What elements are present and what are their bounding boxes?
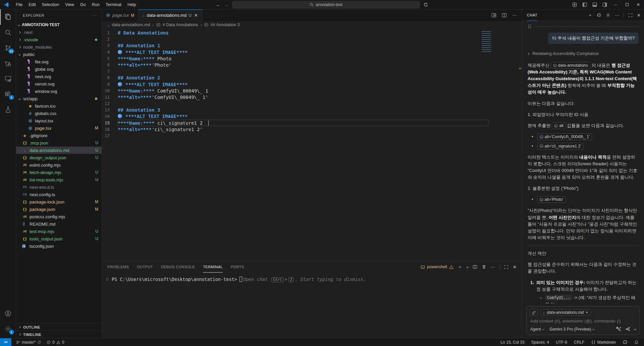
menu-go[interactable]: Go bbox=[77, 1, 89, 8]
panel-tab-problems[interactable]: PROBLEMS bbox=[107, 261, 129, 273]
tab-page-tsx[interactable]: page.tsx M bbox=[102, 9, 139, 21]
panel-tab-debug-console[interactable]: DEBUG CONSOLE bbox=[161, 261, 195, 273]
command-center-search[interactable]: annotation-test bbox=[232, 1, 420, 8]
inline-code-chip[interactable]: alt bbox=[552, 122, 566, 129]
chat-maximize-icon[interactable] bbox=[628, 13, 633, 17]
terminal-body[interactable]: PS C:\Users\microsoft\Desktop\annotation… bbox=[102, 273, 522, 338]
timeline-section[interactable]: TIMELINE bbox=[16, 331, 102, 338]
workspace-root-row[interactable]: ANNOTATION-TEST bbox=[16, 21, 102, 28]
chat-close-icon[interactable]: ✕ bbox=[637, 13, 641, 18]
nav-back-icon[interactable]: ← bbox=[216, 2, 221, 7]
toggle-secondary-sidebar-icon[interactable] bbox=[600, 0, 610, 9]
outline-section[interactable]: OUTLINE bbox=[16, 323, 102, 331]
file-row[interactable]: window.svg bbox=[16, 88, 102, 95]
source-control-activity-icon[interactable]: 11 bbox=[0, 40, 16, 56]
code-editor[interactable]: 1# Data Annotations23## Annotation 14***… bbox=[102, 28, 522, 261]
file-row[interactable]: ◆.gitignore bbox=[16, 132, 102, 139]
explorer-activity-icon[interactable] bbox=[0, 9, 16, 25]
file-row[interactable]: #globals.css bbox=[16, 110, 102, 117]
attach-icon[interactable] bbox=[530, 309, 538, 316]
split-editor-icon[interactable] bbox=[502, 13, 507, 18]
open-preview-icon[interactable] bbox=[491, 13, 496, 18]
file-row[interactable]: JSlist-mcp-tools.mjsU bbox=[16, 176, 102, 183]
close-tab-icon[interactable]: ✕ bbox=[194, 13, 198, 18]
encoding[interactable]: UTF-8 bbox=[554, 340, 569, 345]
chat-more-icon[interactable]: ⋯ bbox=[615, 13, 619, 18]
explorer-more-icon[interactable]: ··· bbox=[92, 13, 97, 17]
remote-explorer-activity-icon[interactable] bbox=[0, 71, 16, 86]
file-row[interactable]: {}.mcp.jsonU bbox=[16, 139, 102, 147]
search-activity-icon[interactable] bbox=[0, 25, 16, 40]
terminal-dropdown-icon[interactable] bbox=[466, 266, 469, 268]
chat-tab[interactable]: CHAT bbox=[527, 9, 537, 21]
thought-row[interactable]: Reviewing Accessibility Compliance bbox=[528, 51, 639, 57]
chat-input-placeholder[interactable]: Add context (#), extensions (@), command… bbox=[527, 317, 640, 326]
cursor-position[interactable]: Ln 15, Col 33 bbox=[498, 340, 526, 345]
problems-status[interactable]: 0 0 bbox=[45, 340, 66, 345]
file-row[interactable]: JSpostcss.config.mjs bbox=[16, 213, 102, 220]
maximize-panel-icon[interactable] bbox=[504, 265, 508, 269]
menu-help[interactable]: Help bbox=[124, 1, 139, 8]
chat-settings-icon[interactable] bbox=[606, 13, 610, 17]
toggle-panel-icon[interactable] bbox=[590, 0, 600, 9]
menu-edit[interactable]: Edit bbox=[25, 1, 39, 8]
folder-row[interactable]: src\app bbox=[16, 95, 102, 102]
accounts-icon[interactable] bbox=[0, 306, 16, 321]
tab-data-annotations-md[interactable]: ↓ data-annotations.md U ✕ bbox=[139, 9, 202, 21]
close-button[interactable]: ✕ bbox=[633, 0, 644, 9]
layout-sync-icon[interactable] bbox=[423, 2, 428, 7]
shell-label[interactable]: powershell bbox=[421, 265, 453, 269]
file-row[interactable]: {}package-lock.jsonM bbox=[16, 198, 102, 206]
file-row[interactable]: {}tools_output.jsonU bbox=[16, 235, 102, 242]
folder-row[interactable]: public bbox=[16, 51, 102, 58]
folder-row[interactable]: node_modules bbox=[16, 43, 102, 51]
file-row[interactable]: TSnext.config.ts bbox=[16, 191, 102, 198]
minimap[interactable] bbox=[482, 31, 496, 52]
file-row[interactable]: {}design_output.jsonU bbox=[16, 154, 102, 161]
agent-mode-dropdown[interactable]: Agent bbox=[530, 327, 544, 332]
menu-selection[interactable]: Selection bbox=[39, 1, 62, 8]
chat-input-box[interactable]: ↓ data-annotations.md + Add context (#),… bbox=[526, 306, 640, 335]
file-row[interactable]: next.svg bbox=[16, 73, 102, 80]
indentation[interactable]: Spaces: 4 bbox=[529, 340, 551, 345]
inline-code-chip[interactable]: data-annotations bbox=[551, 62, 590, 69]
split-terminal-icon[interactable] bbox=[473, 265, 477, 269]
tools-icon[interactable] bbox=[616, 327, 621, 332]
file-row[interactable]: JStest-mcp.mjsU bbox=[16, 228, 102, 235]
remote-indicator[interactable]: >< bbox=[0, 338, 11, 346]
file-row[interactable]: page.tsxM bbox=[16, 124, 102, 132]
chat-history-icon[interactable] bbox=[597, 13, 601, 17]
layout-grid-icon[interactable] bbox=[570, 0, 580, 9]
settings-gear-icon[interactable]: 1 bbox=[0, 321, 16, 337]
menu-run[interactable]: Run bbox=[89, 1, 103, 8]
copilot-icon[interactable] bbox=[621, 340, 630, 345]
file-row[interactable]: globe.svg bbox=[16, 65, 102, 73]
file-row[interactable]: {}package.jsonM bbox=[16, 206, 102, 213]
file-row[interactable]: TStsconfig.json bbox=[16, 242, 102, 250]
new-terminal-icon[interactable]: ＋ bbox=[458, 264, 462, 270]
branch-status[interactable]: master* bbox=[14, 340, 43, 345]
file-row[interactable]: ★favicon.ico bbox=[16, 102, 102, 110]
file-row[interactable]: layout.tsx bbox=[16, 117, 102, 124]
chat-messages[interactable]: 이 주석 내용이 웹접근성 기준에 부합할까? Reviewing Access… bbox=[522, 21, 644, 303]
more-actions-icon[interactable]: ⋯ bbox=[512, 13, 517, 18]
inline-code-chip[interactable]: alt='Photo' bbox=[537, 196, 566, 203]
menu-view[interactable]: View bbox=[62, 1, 77, 8]
panel-tab-output[interactable]: OUTPUT bbox=[137, 261, 153, 273]
inline-code-chip[interactable]: alt='ComfyUI\_00049\_ 1' bbox=[537, 133, 592, 140]
folder-row[interactable]: .next bbox=[16, 28, 102, 36]
minimize-button[interactable]: ─ bbox=[610, 0, 621, 9]
testing-activity-icon[interactable] bbox=[0, 102, 16, 117]
nav-forward-icon[interactable]: → bbox=[224, 2, 229, 7]
breadcrumb-file[interactable]: data-annotations.md bbox=[112, 22, 150, 27]
context-chip[interactable]: ↓ data-annotations.md + bbox=[540, 309, 591, 315]
notifications-bell-icon[interactable] bbox=[632, 340, 641, 344]
restore-button[interactable] bbox=[621, 0, 633, 9]
toggle-primary-sidebar-icon[interactable] bbox=[580, 0, 590, 9]
close-panel-icon[interactable]: ✕ bbox=[513, 265, 517, 270]
language-mode[interactable]: {} Markdown bbox=[589, 340, 618, 345]
file-row[interactable]: iREADME.md bbox=[16, 220, 102, 228]
panel-more-icon[interactable]: ⋯ bbox=[491, 265, 495, 270]
run-debug-activity-icon[interactable] bbox=[0, 56, 16, 71]
menu-file[interactable]: File bbox=[13, 1, 25, 8]
